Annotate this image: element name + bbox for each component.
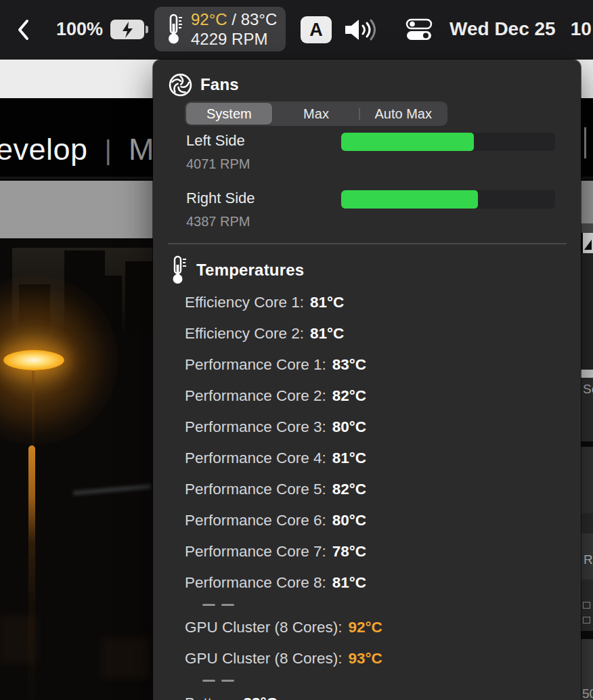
temperature-value: 81°C	[332, 450, 366, 467]
fan-speed-bar	[341, 133, 555, 151]
tgpro-dropdown-panel: Fans SystemMaxAuto Max Left Side4071 RPM…	[153, 60, 581, 700]
macos-menu-bar: 100% 92°C / 83°C 4229 RPM A	[0, 0, 593, 60]
temperature-row: GPU Cluster (8 Cores):92°C	[185, 612, 581, 643]
temperature-row: GPU Cluster (8 Cores):93°C	[185, 643, 581, 674]
temperature-label: Performance Core 2:	[185, 387, 326, 405]
temperature-label: Battery:	[185, 695, 238, 700]
temperature-label: Performance Core 7:	[185, 543, 326, 561]
temperature-label: Performance Core 3:	[185, 418, 326, 436]
temperature-row: Battery:33°C	[185, 688, 581, 700]
temperature-label: Performance Core 5:	[185, 481, 326, 498]
temperature-row: Performance Core 5:82°C	[185, 474, 581, 505]
chassis-temp: 83°C	[241, 10, 278, 28]
temperature-value: 92°C	[349, 619, 382, 636]
fan-row: Right Side4387 RPM	[186, 189, 581, 230]
fan-mode-segmented-control: SystemMaxAuto Max	[185, 102, 447, 126]
section-divider	[168, 243, 567, 244]
temperature-label: Efficiency Core 1:	[185, 294, 304, 311]
temperature-label: Performance Core 1:	[185, 356, 326, 374]
temperature-label: Performance Core 8:	[185, 574, 326, 592]
fan-name: Right Side	[186, 189, 341, 208]
temperature-value: 81°C	[332, 574, 366, 592]
temperature-row: Performance Core 6:80°C	[185, 505, 581, 536]
screen: evelop | Map Se R	[0, 0, 593, 700]
input-source-menu-item[interactable]: A	[301, 16, 332, 43]
temperature-row: Performance Core 7:78°C	[185, 536, 581, 567]
fan-speed-bar	[341, 190, 555, 209]
temperature-value: 80°C	[332, 418, 366, 436]
temperature-value: 81°C	[310, 294, 344, 311]
fan-mode-max[interactable]: Max	[273, 103, 359, 125]
chevron-left-icon	[16, 18, 30, 41]
fan-rows: Left Side4071 RPMRight Side4387 RPM	[153, 131, 581, 230]
temps-group-separator	[185, 674, 581, 688]
temperature-value: 82°C	[332, 481, 366, 498]
sensor-temps-line: 92°C / 83°C	[191, 9, 277, 29]
control-center-menu-item[interactable]	[405, 18, 433, 44]
temperature-row: Performance Core 2:82°C	[185, 380, 581, 412]
lamp-light	[3, 350, 64, 370]
histogram-corner	[581, 233, 593, 253]
photo-window-glow	[102, 638, 149, 678]
temperature-value: 81°C	[310, 325, 344, 343]
fan-mode-auto-max[interactable]: Auto Max	[360, 103, 446, 125]
fans-header: Fans	[168, 70, 581, 99]
module-develop-fragment[interactable]: evelop	[0, 132, 88, 167]
battery-charging-icon[interactable]	[110, 20, 144, 39]
fan-rpm: 4071 RPM	[186, 155, 341, 173]
clock-date: Wed Dec 25	[449, 18, 556, 40]
temperature-label: Efficiency Core 2:	[185, 325, 304, 343]
temperature-row: Efficiency Core 2:81°C	[185, 318, 581, 349]
photo-light-streak	[73, 484, 151, 496]
temp-divider: /	[232, 10, 236, 28]
temperature-label: GPU Cluster (8 Cores):	[185, 619, 343, 636]
temperature-value: 93°C	[349, 650, 382, 668]
right-edge-search-fragment: Se	[583, 382, 593, 397]
fan-name: Left Side	[186, 131, 341, 150]
gpu-temp: 92°C	[191, 10, 227, 28]
temperature-row: Performance Core 4:81°C	[185, 443, 581, 474]
right-edge-box-icon	[583, 602, 590, 609]
menu-bar-clock[interactable]: Wed Dec 25 10:1	[449, 0, 593, 58]
temperatures-title: Temperatures	[196, 261, 304, 280]
lightroom-right-panel-edge: Se R 50	[581, 223, 593, 700]
temperature-value: 82°C	[332, 387, 366, 405]
temperatures-header: Temperatures	[172, 256, 581, 284]
temperature-label: GPU Cluster (8 Cores):	[185, 650, 343, 668]
temperatures-list: Efficiency Core 1:81°CEfficiency Core 2:…	[185, 287, 581, 700]
lamp-pole-upper	[32, 371, 35, 447]
temperature-value: 80°C	[332, 512, 366, 529]
speaker-icon	[344, 18, 387, 42]
photo-building	[125, 261, 153, 334]
fan-rpm: 4387 RPM	[186, 213, 341, 230]
temperature-label: Performance Core 6:	[185, 512, 326, 529]
menu-bar-collapse-chevron[interactable]	[16, 18, 30, 44]
temps-group-separator	[185, 598, 581, 612]
tgpro-menu-item[interactable]: 92°C / 83°C 4229 RPM	[154, 7, 286, 51]
battery-percent[interactable]: 100%	[53, 0, 103, 58]
fan-speed-fill	[341, 133, 474, 151]
temperature-value: 83°C	[332, 356, 366, 374]
control-center-icon	[405, 18, 433, 41]
fan-mode-system[interactable]: System	[186, 103, 272, 125]
clock-time: 10:1	[571, 18, 593, 40]
fans-title: Fans	[200, 75, 239, 94]
temperature-value: 33°C	[244, 695, 278, 700]
volume-menu-item[interactable]	[344, 18, 387, 45]
temperature-value: 78°C	[332, 543, 366, 561]
temperature-label: Performance Core 4:	[185, 450, 326, 467]
photo-night-streetlamp	[0, 238, 153, 700]
module-bar-edge-divider	[584, 127, 586, 158]
module-divider: |	[105, 135, 112, 166]
temperature-row: Performance Core 1:83°C	[185, 349, 581, 380]
fan-row: Left Side4071 RPM	[186, 131, 581, 173]
temperature-row: Performance Core 3:80°C	[185, 412, 581, 443]
fan-speed-fill	[341, 190, 478, 209]
sensor-rpm-line: 4229 RPM	[191, 29, 277, 49]
thermometer-icon	[172, 255, 186, 285]
right-edge-letter-fragment: R	[584, 552, 593, 567]
right-edge-box-icon	[583, 617, 590, 624]
thermometer-icon	[167, 13, 182, 45]
photo-window-glow	[0, 616, 37, 663]
temperature-row: Performance Core 8:81°C	[185, 567, 581, 598]
